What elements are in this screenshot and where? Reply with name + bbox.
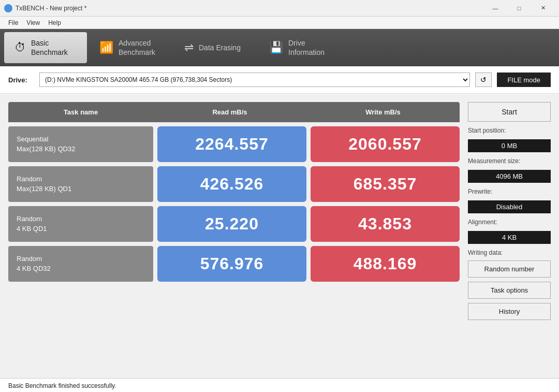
start-position-value: 0 MB [468,139,551,152]
row-label-random128: RandomMax(128 KB) QD1 [8,166,153,202]
table-row: Random4 KB QD32 576.976 488.169 [8,246,460,282]
header-task: Task name [8,106,153,118]
drive-area: Drive: (D:) NVMe KINGSTON SA2000M 465.74… [0,66,559,94]
tab-drive-information[interactable]: 💾 DriveInformation [259,32,342,63]
bench-header: Task name Read mB/s Write mB/s [8,102,460,122]
advanced-benchmark-label: AdvancedBenchmark [119,38,155,57]
row-read-random4k-qd32: 576.976 [157,246,306,282]
row-write-random128: 685.357 [311,166,460,202]
bench-rows: SequentialMax(128 KB) QD32 2264.557 2060… [8,126,460,282]
data-erasing-icon: ⇌ [184,41,194,54]
writing-data-label: Writing data: [468,249,551,256]
refresh-button[interactable]: ↺ [475,72,492,87]
row-read-random128: 426.526 [157,166,306,202]
alignment-value: 4 KB [468,231,551,244]
row-write-random4k-qd1: 43.853 [311,206,460,242]
close-button[interactable]: ✕ [531,0,555,17]
status-text: Basic Benchmark finished successfully. [8,382,116,389]
tab-basic-benchmark[interactable]: ⏱ BasicBenchmark [4,32,87,63]
right-panel: Start Start position: 0 MB Measurement s… [468,102,551,370]
drive-information-icon: 💾 [269,41,283,54]
title-bar-text: TxBENCH - New project * [16,5,483,12]
menu-bar: File View Help [0,17,559,29]
toolbar: ⏱ BasicBenchmark 📶 AdvancedBenchmark ⇌ D… [0,29,559,66]
row-label-sequential: SequentialMax(128 KB) QD32 [8,126,153,162]
measurement-size-label: Measurement size: [468,157,551,165]
title-bar: TxBENCH - New project * — □ ✕ [0,0,559,17]
row-write-sequential: 2060.557 [311,126,460,162]
menu-view[interactable]: View [22,18,44,27]
prewrite-label: Prewrite: [468,188,551,195]
row-label-random4k-qd32: Random4 KB QD32 [8,246,153,282]
alignment-label: Alignment: [468,219,551,226]
drive-information-label: DriveInformation [288,38,325,57]
table-row: Random4 KB QD1 25.220 43.853 [8,206,460,242]
header-write: Write mB/s [306,106,460,118]
measurement-size-value: 4096 MB [468,170,551,183]
maximize-button[interactable]: □ [507,0,531,17]
row-label-random4k-qd1: Random4 KB QD1 [8,206,153,242]
drive-select[interactable]: (D:) NVMe KINGSTON SA2000M 465.74 GB (97… [39,72,470,87]
tab-advanced-benchmark[interactable]: 📶 AdvancedBenchmark [89,32,172,63]
header-read: Read mB/s [153,106,306,118]
start-position-label: Start position: [468,127,551,134]
advanced-benchmark-icon: 📶 [99,41,113,54]
task-options-button[interactable]: Task options [468,282,551,299]
main-content: Task name Read mB/s Write mB/s Sequentia… [0,94,559,378]
benchmark-table: Task name Read mB/s Write mB/s Sequentia… [8,102,460,370]
history-button[interactable]: History [468,303,551,320]
basic-benchmark-icon: ⏱ [14,41,26,54]
writing-data-button[interactable]: Random number [468,260,551,278]
data-erasing-label: Data Erasing [199,43,241,52]
drive-label: Drive: [8,76,34,84]
row-write-random4k-qd32: 488.169 [311,246,460,282]
app-icon [4,4,12,12]
table-row: RandomMax(128 KB) QD1 426.526 685.357 [8,166,460,202]
title-bar-controls: — □ ✕ [483,0,555,17]
row-read-random4k-qd1: 25.220 [157,206,306,242]
file-mode-button[interactable]: FILE mode [497,72,551,87]
menu-help[interactable]: Help [44,18,65,27]
basic-benchmark-label: BasicBenchmark [31,38,68,57]
start-button[interactable]: Start [468,102,551,122]
prewrite-value: Disabled [468,200,551,213]
minimize-button[interactable]: — [483,0,507,17]
tab-data-erasing[interactable]: ⇌ Data Erasing [174,32,257,63]
table-row: SequentialMax(128 KB) QD32 2264.557 2060… [8,126,460,162]
row-read-sequential: 2264.557 [157,126,306,162]
menu-file[interactable]: File [4,18,22,27]
status-bar: Basic Benchmark finished successfully. [0,378,559,392]
